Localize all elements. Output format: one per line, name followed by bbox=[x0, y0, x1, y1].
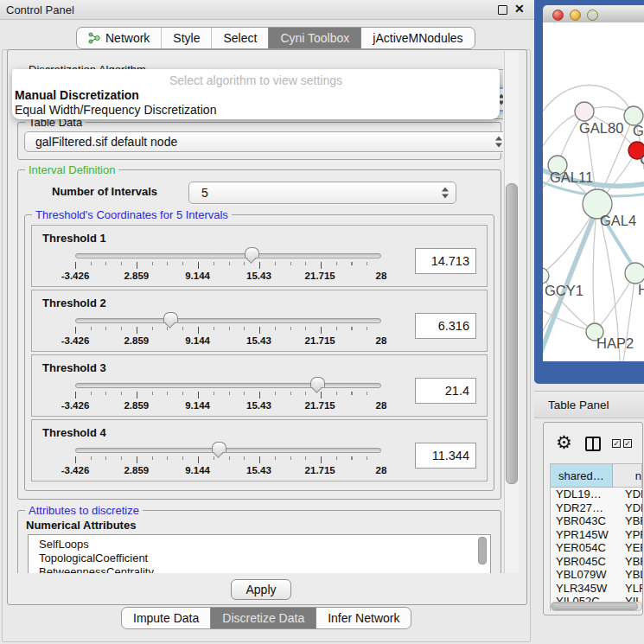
network-graph: GAL80 GA GAL11 C GAL4 GCY1 H HAP2 bbox=[543, 22, 644, 361]
list-item[interactable]: BetweennessCentrality bbox=[29, 565, 490, 573]
tick-label: 2.859 bbox=[124, 335, 149, 346]
table-data-combobox[interactable]: galFiltered.sif default node bbox=[24, 131, 503, 152]
table-row[interactable]: YDL19…YDL1 bbox=[551, 488, 642, 501]
tick-label: -3.426 bbox=[61, 335, 90, 346]
tab-cyni-toolbox[interactable]: Cyni Toolbox bbox=[268, 28, 360, 48]
threshold-1-slider[interactable]: -3.426 2.859 9.144 15.43 21.715 28 bbox=[75, 252, 381, 281]
tab-infer-network-label: Infer Network bbox=[328, 611, 399, 625]
cell[interactable]: YBR0 bbox=[618, 514, 642, 528]
tab-style[interactable]: Style bbox=[161, 28, 211, 48]
threshold-2-value-field[interactable]: 6.316 bbox=[415, 313, 476, 339]
cell[interactable]: YLR345W bbox=[551, 582, 618, 596]
threshold-1-value-field[interactable]: 14.713 bbox=[415, 248, 476, 274]
column-header-shared-name[interactable]: shared… bbox=[551, 464, 613, 488]
table-row[interactable]: YER054CYER0 bbox=[551, 541, 642, 555]
tick-label: 21.715 bbox=[305, 400, 335, 411]
number-of-intervals-value: 5 bbox=[201, 186, 208, 200]
threshold-3-slider[interactable]: -3.426 2.859 9.144 15.43 21.715 28 bbox=[75, 381, 381, 411]
combo-arrows-icon bbox=[495, 137, 503, 148]
column-header-name[interactable]: n bbox=[613, 464, 642, 488]
cell[interactable]: YER054C bbox=[551, 541, 618, 555]
cell[interactable]: YBL079W bbox=[551, 568, 618, 582]
network-tab-icon bbox=[88, 32, 100, 44]
cell[interactable]: YPR1 bbox=[618, 528, 642, 542]
tab-impute-data[interactable]: Impute Data bbox=[122, 608, 210, 628]
network-canvas[interactable]: GAL80 GA GAL11 C GAL4 GCY1 H HAP2 bbox=[543, 22, 644, 361]
list-item[interactable]: TopologicalCoefficient bbox=[29, 552, 490, 565]
minimize-traffic-light[interactable] bbox=[570, 10, 581, 21]
tick-label: 15.43 bbox=[246, 335, 271, 346]
network-node-gal80[interactable] bbox=[575, 102, 594, 121]
cell[interactable]: YDL19… bbox=[551, 488, 618, 501]
list-item[interactable]: SelfLoops bbox=[29, 535, 490, 552]
number-of-intervals-combobox[interactable]: 5 bbox=[188, 182, 456, 204]
cell[interactable]: YBR045C bbox=[551, 555, 618, 569]
cell[interactable]: YDL1 bbox=[618, 488, 642, 501]
table-row[interactable]: YBL079WYBL0 bbox=[551, 568, 642, 582]
tab-jactivemnodules[interactable]: jActiveMNodules bbox=[360, 28, 474, 48]
tab-jactivemnodules-label: jActiveMNodules bbox=[373, 31, 462, 45]
cell[interactable]: YBR043C bbox=[551, 514, 618, 528]
tick-label: 9.144 bbox=[185, 271, 210, 281]
checkbox-icon[interactable]: ✓ bbox=[612, 439, 621, 448]
close-traffic-light[interactable] bbox=[552, 10, 564, 21]
threshold-4-value-field[interactable]: 11.344 bbox=[415, 443, 476, 469]
tab-discretize-data[interactable]: Discretize Data bbox=[210, 608, 316, 628]
gear-icon[interactable]: ⚙ bbox=[556, 432, 572, 453]
zoom-traffic-light[interactable] bbox=[587, 10, 598, 21]
control-panel-tabbar: Network Style Select Cyni Toolbox jActiv… bbox=[76, 27, 475, 49]
table-panel-title: Table Panel bbox=[534, 399, 609, 411]
float-window-icon[interactable] bbox=[498, 5, 507, 15]
slider-track[interactable] bbox=[75, 253, 381, 258]
slider-thumb[interactable] bbox=[245, 247, 259, 258]
split-columns-icon[interactable] bbox=[585, 437, 601, 451]
table-row[interactable]: YDR27…YDR2 bbox=[551, 501, 642, 515]
number-of-intervals-label: Number of Intervals bbox=[52, 185, 157, 198]
tab-infer-network[interactable]: Infer Network bbox=[316, 608, 411, 628]
cell[interactable]: YBR0 bbox=[618, 555, 642, 569]
cell[interactable]: YDR27… bbox=[551, 501, 618, 515]
slider-thumb[interactable] bbox=[163, 312, 178, 322]
cell[interactable]: YER0 bbox=[618, 541, 642, 555]
threshold-3-value-field[interactable]: 21.4 bbox=[415, 378, 476, 404]
slider-tick-labels: -3.426 2.859 9.144 15.43 21.715 28 bbox=[75, 400, 381, 411]
threshold-2-slider[interactable]: -3.426 2.859 9.144 15.43 21.715 28 bbox=[75, 316, 381, 346]
slider-track[interactable] bbox=[75, 383, 381, 388]
table-row[interactable]: YBR043CYBR0 bbox=[551, 514, 642, 528]
tick-label: -3.426 bbox=[61, 271, 90, 281]
tick-label: 28 bbox=[376, 465, 387, 475]
tick-label: 28 bbox=[376, 335, 387, 346]
tab-select[interactable]: Select bbox=[211, 28, 268, 48]
tab-impute-data-label: Impute Data bbox=[133, 611, 199, 625]
slider-track[interactable] bbox=[75, 448, 381, 453]
slider-track[interactable] bbox=[75, 318, 381, 323]
threshold-4-slider[interactable]: -3.426 2.859 9.144 15.43 21.715 28 bbox=[75, 446, 381, 475]
close-icon[interactable]: ✕ bbox=[514, 2, 525, 16]
slider-ticks bbox=[75, 456, 381, 463]
cell[interactable]: YLR3 bbox=[618, 582, 642, 596]
cell[interactable]: YDR2 bbox=[618, 501, 642, 515]
threshold-4-block: Threshold 4 -3.426 2.859 9.144 15.43 21.… bbox=[31, 419, 488, 481]
checkbox-icon[interactable]: ✓ bbox=[623, 439, 632, 448]
slider-thumb[interactable] bbox=[310, 377, 325, 387]
table-row[interactable]: YPR145WYPR1 bbox=[551, 528, 642, 542]
table-hscrollbar-thumb[interactable] bbox=[552, 603, 638, 610]
node-label-gcy1: GCY1 bbox=[545, 283, 583, 298]
network-node-gcy1[interactable] bbox=[543, 268, 549, 284]
list-scrollbar-thumb[interactable] bbox=[478, 537, 487, 564]
tab-network[interactable]: Network bbox=[77, 28, 161, 48]
tick-label: 21.715 bbox=[305, 465, 335, 475]
cell[interactable]: YBL0 bbox=[618, 568, 642, 582]
apply-button[interactable]: Apply bbox=[231, 579, 291, 600]
table-row[interactable]: YLR345WYLR3 bbox=[551, 582, 642, 596]
algorithm-option-equal-width[interactable]: Equal Width/Frequency Discretization bbox=[15, 103, 216, 117]
cell[interactable]: YPR145W bbox=[551, 528, 618, 542]
threshold-4-label: Threshold 4 bbox=[42, 426, 106, 439]
slider-thumb[interactable] bbox=[212, 442, 226, 452]
network-node-h[interactable] bbox=[625, 263, 644, 284]
settings-scrollbar-thumb[interactable] bbox=[506, 183, 518, 484]
tick-label: 2.859 bbox=[124, 271, 149, 281]
algorithm-option-manual[interactable]: Manual Discretization bbox=[15, 88, 139, 102]
network-window-titlebar[interactable] bbox=[543, 5, 644, 23]
table-row[interactable]: YBR045CYBR0 bbox=[551, 555, 642, 569]
